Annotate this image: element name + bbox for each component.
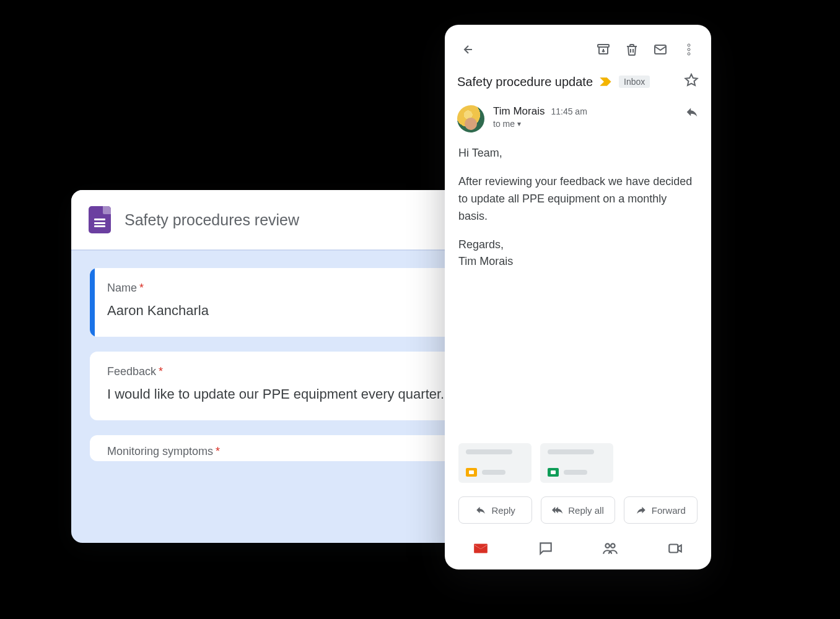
svg-point-3 [688,48,690,51]
svg-point-2 [688,44,690,46]
important-marker-icon[interactable] [599,77,613,87]
delete-icon[interactable] [621,38,643,61]
sheets-icon [548,468,559,477]
sender-name: Tim Morais [493,105,545,118]
more-icon[interactable] [678,38,700,61]
reply-all-button-label: Reply all [568,505,604,516]
reply-button[interactable]: Reply [458,496,532,524]
required-star: * [139,282,144,294]
forms-app-icon [89,206,111,233]
nav-mail-icon[interactable] [466,536,496,561]
forward-button-label: Forward [652,505,686,516]
reply-button-label: Reply [491,505,515,516]
chevron-down-icon: ▾ [517,119,521,128]
attachment-sheets[interactable] [540,443,613,483]
required-star: * [159,365,163,378]
email-subject: Safety procedure update [457,75,593,89]
svg-rect-0 [598,45,609,47]
svg-rect-7 [669,545,678,553]
attachment-slides[interactable] [458,443,532,483]
email-body: Hi Team, After reviewing your feedback w… [445,132,711,443]
field-label: Feedback [107,365,156,378]
gmail-card: Safety procedure update Inbox Tim Morais… [445,25,711,569]
required-star: * [216,445,220,457]
reply-all-button[interactable]: Reply all [541,496,615,524]
forms-title: Safety procedures review [125,211,299,229]
gmail-subject-row: Safety procedure update Inbox [445,67,711,94]
slides-icon [466,468,477,477]
sender-time: 11:45 am [551,106,587,116]
mark-unread-icon[interactable] [649,38,672,61]
svg-point-6 [611,543,615,548]
archive-icon[interactable] [592,38,615,61]
gmail-sender-row: Tim Morais 11:45 am to me ▾ [445,94,711,132]
attachment-row [445,443,711,490]
svg-point-4 [688,53,690,55]
nav-chat-icon[interactable] [531,536,561,561]
back-icon[interactable] [456,38,478,61]
gmail-topbar [445,25,711,67]
email-signoff: Regards, Tim Morais [458,236,698,271]
star-icon[interactable] [684,73,699,90]
recipient-label: to me [493,119,515,129]
recipient-dropdown[interactable]: to me ▾ [493,119,587,129]
nav-spaces-icon[interactable] [595,536,625,561]
reply-icon[interactable] [685,105,699,121]
svg-point-5 [606,543,610,548]
field-label: Monitoring symptoms [107,445,213,457]
bottom-nav [445,527,711,563]
email-greeting: Hi Team, [458,145,698,162]
sender-avatar[interactable] [457,105,484,132]
nav-meet-icon[interactable] [660,536,690,561]
email-paragraph: After reviewing your feedback we have de… [458,173,698,225]
inbox-label-chip[interactable]: Inbox [619,76,650,88]
field-label: Name [107,282,137,294]
email-action-row: Reply Reply all Forward [445,490,711,527]
forward-button[interactable]: Forward [624,496,698,524]
